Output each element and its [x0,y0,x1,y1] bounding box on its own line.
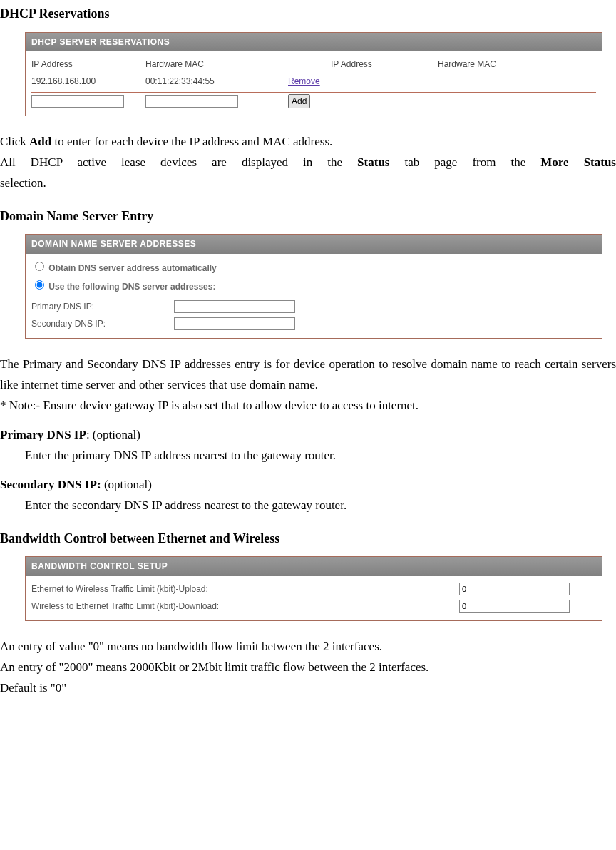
download-input[interactable] [459,600,570,613]
panel-title: BANDWIDTH CONTROL SETUP [26,557,602,575]
paragraph: * Note:- Ensure device gateway IP is als… [0,396,616,416]
remove-link[interactable]: Remove [288,76,320,86]
table-row: 192.168.168.100 00:11:22:33:44:55 Remove [31,73,596,92]
cell-ip: 192.168.168.100 [31,73,145,92]
paragraph: Default is "0" [0,678,616,699]
paragraph: The Primary and Secondary DNS IP address… [0,354,616,396]
add-button[interactable]: Add [288,94,310,108]
col-ip-2: IP Address [331,56,438,73]
dns-manual-radio[interactable] [35,280,44,290]
paragraph: All DHCP active lease devices are displa… [0,153,616,173]
table-input-row: Add [31,92,596,110]
ip-address-input[interactable] [31,95,124,108]
secondary-dns-input[interactable] [174,317,295,330]
dns-panel: DOMAIN NAME SERVER ADDRESSES Obtain DNS … [25,234,602,339]
paragraph: Enter the secondary DNS IP address neare… [25,496,616,516]
col-mac: Hardware MAC [145,56,288,73]
primary-dns-input[interactable] [174,300,295,313]
upload-label: Ethernet to Wireless Traffic Limit (kbit… [31,580,459,598]
paragraph: An entry of value "0" means no bandwidth… [0,637,616,657]
cell-mac: 00:11:22:33:44:55 [145,73,288,92]
panel-title: DOMAIN NAME SERVER ADDRESSES [26,235,602,253]
paragraph: Primary DNS IP: (optional) [0,425,616,446]
col-mac-2: Hardware MAC [438,56,596,73]
dns-auto-radio[interactable] [35,262,44,271]
dhcp-reservations-panel: DHCP SERVER RESERVATIONS IP Address Hard… [25,32,602,117]
heading-dhcp-reservations: DHCP Reservations [0,3,616,25]
paragraph: Enter the primary DNS IP address nearest… [25,446,616,466]
download-label: Wireless to Ethernet Traffic Limit (kbit… [31,598,459,615]
paragraph: An entry of "2000" means 2000Kbit or 2Mb… [0,657,616,678]
table-header-row: IP Address Hardware MAC IP Address Hardw… [31,56,596,73]
dhcp-table: IP Address Hardware MAC IP Address Hardw… [31,56,596,110]
upload-input[interactable] [459,583,570,595]
panel-title: DHCP SERVER RESERVATIONS [26,33,602,51]
dns-manual-label: Use the following DNS server addresses: [48,282,215,292]
dns-auto-label: Obtain DNS server address automatically [48,263,216,273]
primary-dns-label: Primary DNS IP: [31,298,174,315]
col-ip: IP Address [31,56,145,73]
paragraph: Secondary DNS IP: (optional) [0,475,616,496]
heading-dns-entry: Domain Name Server Entry [0,205,616,227]
mac-address-input[interactable] [145,95,238,108]
bandwidth-panel: BANDWIDTH CONTROL SETUP Ethernet to Wire… [25,556,602,621]
paragraph: selection. [0,173,616,194]
secondary-dns-label: Secondary DNS IP: [31,315,174,332]
heading-bandwidth-control: Bandwidth Control between Ethernet and W… [0,528,616,550]
paragraph: Click Add to enter for each device the I… [0,132,616,153]
